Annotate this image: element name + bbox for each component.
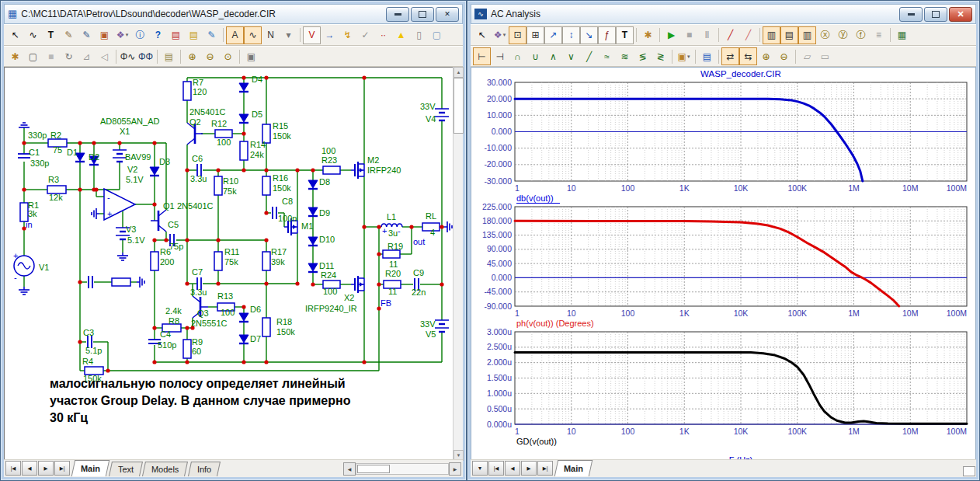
show-pin-connections-icon[interactable]: ∙∙ — [374, 26, 392, 44]
stop-icon[interactable]: ■ — [680, 26, 698, 44]
maximize-button[interactable] — [411, 7, 434, 22]
vertical-axis-grids-icon[interactable]: ▥ — [798, 26, 816, 44]
wire-mode-icon[interactable]: ∿ — [24, 26, 42, 44]
negative-slope-icon[interactable]: ╱ — [739, 26, 757, 44]
select-arrow-icon[interactable]: ↖ — [473, 26, 491, 44]
zoom-out-icon[interactable]: ⊖ — [775, 47, 793, 65]
show-grid-text-icon[interactable]: ∿ — [244, 26, 262, 44]
global-high-icon[interactable]: ≋ — [616, 47, 634, 65]
analysis-tab-main[interactable]: Main — [554, 460, 593, 476]
pan-mode-icon[interactable]: ⊞ — [526, 26, 544, 44]
vscroll-thumb[interactable] — [454, 78, 464, 134]
run-icon[interactable]: ▶ — [662, 26, 680, 44]
select-box-icon[interactable]: ▢ — [24, 47, 42, 65]
show-border-icon[interactable]: ▯ — [410, 26, 428, 44]
show-node-voltages-icon[interactable]: V — [303, 26, 321, 44]
flip-vertical-icon[interactable]: ⊿ — [78, 47, 96, 65]
notes-icon[interactable]: ▤ — [160, 47, 178, 65]
positive-slope-icon[interactable]: ╱ — [721, 26, 739, 44]
align-cursors-icon[interactable]: ⇄ — [721, 47, 739, 65]
x-axis-values-icon[interactable]: ⓧ — [816, 26, 834, 44]
function-values-icon[interactable]: ⓕ — [852, 26, 870, 44]
pause-icon[interactable]: ‖ — [698, 26, 716, 44]
first-page-icon[interactable]: |◀ — [488, 461, 504, 476]
close-button[interactable]: ✕ — [436, 7, 459, 22]
first-page-icon[interactable]: |◀ — [5, 461, 21, 476]
global-low-icon[interactable]: ≶ — [634, 47, 652, 65]
prev-page-icon[interactable]: ◀ — [505, 461, 520, 476]
show-power-icon[interactable]: ↯ — [339, 26, 356, 44]
box-tool-icon[interactable]: ■ — [42, 47, 60, 65]
edit-limits-icon[interactable]: ▦ — [893, 26, 911, 44]
hscroll-thumb[interactable] — [963, 466, 975, 476]
minimize-button[interactable] — [899, 7, 923, 22]
show-data-points-icon[interactable]: ▥ — [763, 26, 780, 44]
schematic-tab-main[interactable]: Main — [71, 460, 110, 476]
y-axis-values-icon[interactable]: ⓨ — [834, 26, 852, 44]
design-checklist-icon[interactable]: ▤ — [167, 26, 185, 44]
attribute-text-icon[interactable]: ✎ — [203, 26, 221, 44]
rotate-icon[interactable]: ↻ — [60, 47, 78, 65]
high-icon[interactable]: ∧ — [544, 47, 562, 65]
zoom-out-icon[interactable]: ⊖ — [201, 47, 219, 65]
horizontal-axis-grids-icon[interactable]: ▤ — [780, 26, 798, 44]
close-icon[interactable]: ✕ — [949, 7, 972, 22]
cursor-left-icon[interactable]: ⊢ — [473, 47, 491, 65]
schematic-vscrollbar[interactable]: ▲ ▼ — [453, 67, 463, 461]
schematic-drawing[interactable]: 330pR275C1330pR312kR13kV1AD8055AN_ADX1BA… — [5, 68, 455, 462]
flip-horizontal-icon[interactable]: ◁ — [96, 47, 113, 65]
find-icon[interactable]: ΦΦ — [137, 47, 155, 65]
hscroll-right-icon[interactable]: ▶ — [449, 462, 461, 476]
inflection-icon[interactable]: ≈ — [598, 47, 616, 65]
scale-mode-icon[interactable]: ↗ — [544, 26, 562, 44]
hscroll-track[interactable] — [356, 463, 449, 475]
valley-icon[interactable]: ∪ — [526, 47, 544, 65]
line-mode-icon[interactable]: ✎ — [60, 26, 78, 44]
show-attribute-text-icon[interactable]: A — [226, 26, 244, 44]
waveform-name[interactable]: GD(v(out)) — [516, 437, 557, 446]
properties-icon[interactable]: ✱ — [6, 47, 24, 65]
picture-icon[interactable]: ▣ — [96, 26, 113, 44]
schematic-window-titlebar[interactable]: ▦ C:\MC11\DATA\Petrov\LDsound\decoder\WA… — [4, 4, 463, 24]
select-region-icon[interactable]: ▢ — [428, 26, 446, 44]
minimize-button[interactable] — [386, 7, 409, 22]
cursor-right-icon[interactable]: ⊣ — [491, 47, 509, 65]
cursor-mode-icon[interactable]: ↘ — [580, 26, 598, 44]
schematic-tab-text[interactable]: Text — [109, 462, 143, 476]
tile-icon[interactable]: ▭ — [816, 47, 834, 65]
waveform-name[interactable]: db(v(out)) — [516, 193, 554, 203]
zoom-mode-icon[interactable]: ⊡ — [509, 26, 526, 44]
envelope-icon[interactable]: ≷ — [652, 47, 669, 65]
schematic-tab-info[interactable]: Info — [188, 462, 221, 476]
show-currents-icon[interactable]: → — [321, 26, 339, 44]
select-arrow-icon[interactable]: ↖ — [6, 26, 24, 44]
waveform-name[interactable]: ph(v(out)) (Degrees) — [516, 319, 594, 328]
info-mode-icon[interactable]: ⓘ — [131, 26, 149, 44]
slope-icon[interactable]: ╱ — [580, 47, 598, 65]
analysis-plot-area[interactable]: WASP_decoder.CIR1101001K10K100K1M10M100M… — [471, 67, 976, 461]
copy-to-clipboard-icon[interactable]: ▣ — [242, 47, 260, 65]
browse-list-icon[interactable]: ▤ — [185, 26, 203, 44]
last-page-icon[interactable]: ▶| — [537, 461, 553, 476]
zoom-area-icon[interactable]: ⊙ — [219, 47, 237, 65]
vertical-scale-mode-icon[interactable]: ↕ — [562, 26, 580, 44]
show-conditions-icon[interactable]: ✓ — [356, 26, 374, 44]
keep-cursors-on-icon[interactable]: ⇆ — [739, 47, 757, 65]
analysis-window-titlebar[interactable]: ∿ AC Analysis ✕ — [471, 4, 976, 24]
numeric-output-icon[interactable]: ▤ — [698, 47, 716, 65]
fx-mode-icon[interactable]: ƒ — [598, 26, 616, 44]
scroll-up-icon[interactable]: ▲ — [454, 67, 464, 78]
properties-icon[interactable]: ✱ — [639, 26, 657, 44]
next-page-icon[interactable]: ▶ — [38, 461, 54, 476]
show-node-numbers-icon[interactable]: N — [262, 26, 280, 44]
text-mode-icon[interactable]: T — [42, 26, 60, 44]
warning-icon[interactable]: ▲ — [392, 26, 410, 44]
help-mode-icon[interactable]: ? — [149, 26, 167, 44]
last-page-icon[interactable]: ▶| — [54, 461, 70, 476]
analysis-plots[interactable]: WASP_decoder.CIR1101001K10K100K1M10M100M… — [471, 68, 978, 460]
peak-icon[interactable]: ∩ — [509, 47, 526, 65]
hscroll-thumb[interactable] — [357, 465, 390, 473]
zoom-in-icon[interactable]: ⊕ — [183, 47, 201, 65]
component-menu-icon[interactable]: ❖▾ — [113, 26, 131, 44]
prev-page-icon[interactable]: ◀ — [22, 461, 37, 476]
